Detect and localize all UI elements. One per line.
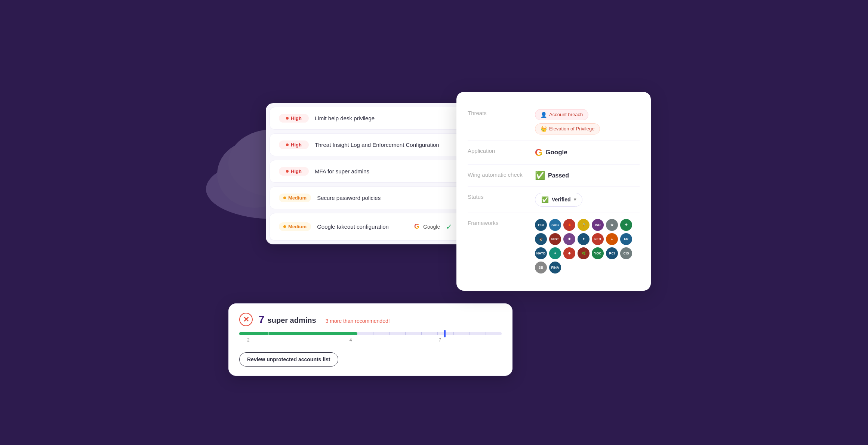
frameworks-grid: PCISOC🍁🔒ISO★✚🦅NIST✚⚕FED♦FRNATO✦✚🌿YOCPCIC… [535,219,640,274]
framework-badge: SOC [549,219,561,231]
threats-label: Threats [468,109,527,116]
slider-label-max: 7 [439,337,441,343]
framework-badge: FINA [549,262,561,274]
application-value: G Google [535,147,640,158]
threats-row: Threats 👤 Account breach 👑 Elevation of … [468,103,640,141]
framework-badge: YOC [592,247,604,259]
framework-badge: NIST [549,233,561,245]
frameworks-label: Frameworks [468,219,527,226]
framework-badge: ★ [606,219,618,231]
framework-badge: FR [620,233,632,245]
error-icon: ✕ [239,313,253,326]
dot-icon [286,117,289,120]
slider-marker [444,330,446,337]
google-icon-large: G [535,147,542,158]
check-icon: ✓ [446,222,452,231]
framework-badge: ✦ [549,247,561,259]
framework-badge: ✚ [563,247,575,259]
dot-icon [286,143,289,146]
framework-badge: FED [592,233,604,245]
framework-badge: ♦ [606,233,618,245]
app-name: Google [545,149,567,156]
dot-icon [283,225,286,228]
count-number: 7 [259,313,265,325]
crown-icon: 👑 [541,126,547,132]
app-chip: G Google [413,223,440,231]
card-header: ✕ 7 super admins 3 more than recommended… [239,313,502,326]
framework-badge: NATO [535,247,547,259]
verified-dropdown[interactable]: ✅ Verified ▾ [535,193,582,207]
slider-labels: 2 4 7 [239,337,502,345]
slider-fill [239,332,357,335]
divider [321,316,321,323]
passed-badge: ✅ Passed [535,171,569,180]
framework-badge: PCI [606,247,618,259]
warning-text: 3 more than recommended! [326,318,390,324]
item-name: Google takeout configuration [317,223,407,230]
framework-badge: ISO [592,219,604,231]
account-breach-tag: 👤 Account breach [535,109,588,120]
person-icon: 👤 [541,112,547,118]
card-title-group: 7 super admins 3 more than recommended! [259,313,390,325]
detail-panel: Threats 👤 Account breach 👑 Elevation of … [456,92,651,291]
count-unit: super admins [268,316,316,325]
dot-icon [283,197,286,199]
wing-check-value: ✅ Passed [535,171,640,180]
framework-badge: ✚ [563,233,575,245]
severity-badge: Medium [279,194,311,202]
severity-badge: High [279,167,309,176]
threats-value: 👤 Account breach 👑 Elevation of Privileg… [535,109,640,135]
slider-label-min: 2 [247,337,250,343]
severity-badge: High [279,114,309,123]
slider-label-mid: 4 [350,337,352,343]
wing-check-row: Wing automatic check ✅ Passed [468,165,640,187]
severity-badge: High [279,140,309,149]
frameworks-row: Frameworks PCISOC🍁🔒ISO★✚🦅NIST✚⚕FED♦FRNAT… [468,213,640,279]
google-icon: G [413,223,421,231]
framework-badge: 🔒 [578,219,590,231]
status-row: Status ✅ Verified ▾ [468,187,640,213]
review-button[interactable]: Review unprotected accounts list [239,352,338,367]
chevron-down-icon: ▾ [574,197,576,202]
framework-badge: 🦅 [535,233,547,245]
check-circle-icon: ✅ [541,196,549,203]
framework-badge: PCI [535,219,547,231]
framework-badge: SB [535,262,547,274]
dot-icon [286,170,289,173]
severity-badge: Medium [279,222,311,231]
slider-track [239,332,502,335]
application-label: Application [468,147,527,154]
framework-badge: ⚕ [578,233,590,245]
application-row: Application G Google [468,141,640,165]
framework-badge: ✚ [620,219,632,231]
framework-badge: CIS [620,247,632,259]
elevation-privilege-tag: 👑 Elevation of Privilege [535,123,600,135]
check-circle-icon: ✅ [535,171,545,180]
bottom-card: ✕ 7 super admins 3 more than recommended… [228,303,513,376]
slider-container: 2 4 7 [239,332,502,345]
status-value: ✅ Verified ▾ [535,193,640,207]
status-label: Status [468,193,527,200]
wing-check-label: Wing automatic check [468,171,527,178]
framework-badge: 🌿 [578,247,590,259]
framework-badge: 🍁 [563,219,575,231]
